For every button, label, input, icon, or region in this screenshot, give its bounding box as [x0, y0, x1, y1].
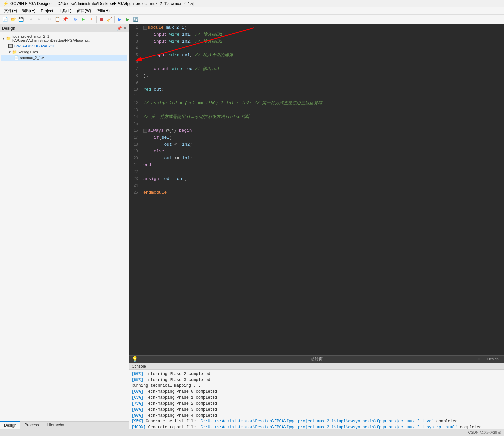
line-content-4: [141, 45, 504, 52]
code-line-9: 9: [129, 79, 504, 86]
tb-open[interactable]: 📂: [9, 16, 17, 23]
content-area: Design 📌 ✕ ▼ 📁 fpga_project_mux_2_1 - [C…: [0, 24, 504, 429]
line-content-10: reg out;: [141, 86, 504, 93]
code-line-20: 20 out <= in1;: [129, 155, 504, 162]
line-content-8: );: [141, 73, 504, 80]
tb-run[interactable]: ▶: [116, 16, 123, 23]
tb-impl[interactable]: ▶: [80, 16, 87, 23]
line-num-6: 6: [129, 59, 141, 65]
bottom-tabs-left: Design Process Hierarchy: [0, 421, 129, 429]
tb-copy[interactable]: 📋: [54, 16, 61, 23]
code-editor[interactable]: 1 -module mux_2_1( 2 input wire in1, // …: [129, 24, 504, 355]
line-num-21: 21: [129, 162, 141, 168]
code-bottom-bar: 💡 起始页 ✕ Design: [129, 355, 504, 363]
code-line-25: 25 endmodule: [129, 189, 504, 196]
code-line-11: 11: [129, 93, 504, 100]
menu-file[interactable]: 文件(F): [1, 8, 19, 14]
code-line-4: 4: [129, 45, 504, 52]
menu-help[interactable]: 帮助(H): [94, 8, 112, 14]
line-content-13: [141, 107, 504, 114]
sidebar-icons: 📌 ✕: [117, 26, 127, 31]
code-line-10: 10 reg out;: [129, 86, 504, 93]
tb-clean[interactable]: 🧹: [106, 16, 113, 23]
tb-paste[interactable]: 📌: [61, 16, 69, 23]
line-num-10: 10: [129, 87, 141, 93]
tb-cut[interactable]: ✂: [46, 16, 53, 23]
code-line-14: 14 // 第二种方式是使用always的*触发方法ifelse判断: [129, 114, 504, 121]
line-content-2: input wire in1, // 输入端口1: [141, 31, 504, 38]
console-header: Console: [129, 363, 504, 370]
line-num-19: 19: [129, 148, 141, 155]
tab-process[interactable]: Process: [20, 421, 43, 429]
menu-project[interactable]: Project: [38, 9, 56, 13]
line-num-17: 17: [129, 135, 141, 141]
tab-hierarchy[interactable]: Hierarchy: [43, 421, 68, 429]
line-content-20: out <= in1;: [141, 155, 504, 162]
line-num-23: 23: [129, 176, 141, 182]
line-content-9: [141, 79, 504, 86]
line-num-2: 2: [129, 32, 141, 38]
tree-item-project[interactable]: ▼ 📁 fpga_project_mux_2_1 - [C:\Users\Adm…: [1, 34, 127, 43]
line-content-3: input wire in2, // 输入端口2: [141, 38, 504, 45]
status-right: CSDN @凉开水白菜: [468, 430, 501, 435]
line-content-11: [141, 93, 504, 100]
title-bar: ⚡ GOWIN FPGA Designer - [C:\Users\Admini…: [0, 0, 504, 7]
code-line-3: 3 input wire in2, // 输入端口2: [129, 38, 504, 45]
lightbulb-icon[interactable]: 💡: [132, 356, 138, 362]
tb-prog[interactable]: ⬇: [88, 16, 95, 23]
tree-item-verilog[interactable]: ▼ 📁 Verilog Files: [1, 49, 127, 55]
line-content-19: else: [141, 148, 504, 155]
code-line-15: 15: [129, 121, 504, 127]
console-content[interactable]: [50%] Inferring Phase 2 completed [55%] …: [129, 370, 504, 429]
code-area: 1 -module mux_2_1( 2 input wire in1, // …: [129, 24, 504, 363]
status-right-label: ✕ Design: [477, 357, 499, 361]
menu-window[interactable]: 窗口(W): [74, 8, 94, 14]
console-line-6: [80%] Tech-Mapping Phase 3 completed: [132, 407, 501, 413]
tb-refresh[interactable]: 🔄: [132, 16, 139, 23]
tb-stop[interactable]: ⏹: [98, 16, 105, 23]
title-text: GOWIN FPGA Designer - [C:\Users\Administ…: [10, 1, 194, 6]
menu-tools[interactable]: 工具(T): [56, 8, 74, 14]
file-icon: 📄: [14, 55, 19, 60]
line-content-15: [141, 121, 504, 127]
close-icon[interactable]: ✕: [477, 357, 480, 361]
code-line-13: 13: [129, 107, 504, 114]
tb-save[interactable]: 💾: [17, 16, 24, 23]
tb-sep5: [114, 16, 115, 23]
chip-icon: 🔲: [8, 44, 13, 48]
line-num-4: 4: [129, 45, 141, 52]
tb-run2[interactable]: ▶: [124, 16, 131, 23]
tab-design[interactable]: Design: [0, 421, 20, 429]
tb-redo[interactable]: ↪: [35, 16, 43, 23]
code-line-17: 17 if(sel): [129, 134, 504, 141]
code-line-23: 23 assign led = out;: [129, 176, 504, 183]
menu-edit[interactable]: 编辑(E): [19, 8, 38, 14]
code-line-2: 2 input wire in1, // 输入端口1: [129, 31, 504, 38]
code-line-5: 5 input wire sel, // 输入通道的选择: [129, 52, 504, 59]
console-area: Console [50%] Inferring Phase 2 complete…: [129, 363, 504, 429]
line-num-13: 13: [129, 107, 141, 114]
status-bar: CSDN @凉开水白菜: [0, 429, 504, 436]
line-num-7: 7: [129, 66, 141, 72]
tb-new[interactable]: 📄: [1, 16, 9, 23]
tb-undo[interactable]: ↩: [27, 16, 35, 23]
tb-synth[interactable]: ⚙: [72, 16, 79, 23]
code-line-7: 7 output wire led // 输出led: [129, 66, 504, 73]
folder-icon-0: 📁: [6, 36, 11, 41]
tree-item-file[interactable]: 📄 src\mux_2_1.v: [1, 55, 127, 61]
code-line-21: 21 end: [129, 162, 504, 169]
line-num-9: 9: [129, 80, 141, 86]
line-content-17: if(sel): [141, 134, 504, 141]
line-content-1: -module mux_2_1(: [141, 24, 504, 31]
tree-item-chip[interactable]: 🔲 GW5A-LV25UG324C2/I1: [1, 43, 127, 49]
line-content-7: output wire led // 输出led: [141, 66, 504, 73]
line-num-22: 22: [129, 169, 141, 175]
app: ⚡ GOWIN FPGA Designer - [C:\Users\Admini…: [0, 0, 504, 436]
line-content-22: [141, 169, 504, 176]
right-panel: 1 -module mux_2_1( 2 input wire in1, // …: [129, 24, 504, 429]
tree-label-chip: GW5A-LV25UG324C2/I1: [14, 44, 55, 48]
code-line-16: 16 -always @(*) begin: [129, 127, 504, 134]
sidebar-header: Design 📌 ✕: [0, 24, 129, 32]
sidebar-close-icon[interactable]: ✕: [123, 26, 127, 31]
sidebar-pin-icon[interactable]: 📌: [117, 26, 122, 31]
